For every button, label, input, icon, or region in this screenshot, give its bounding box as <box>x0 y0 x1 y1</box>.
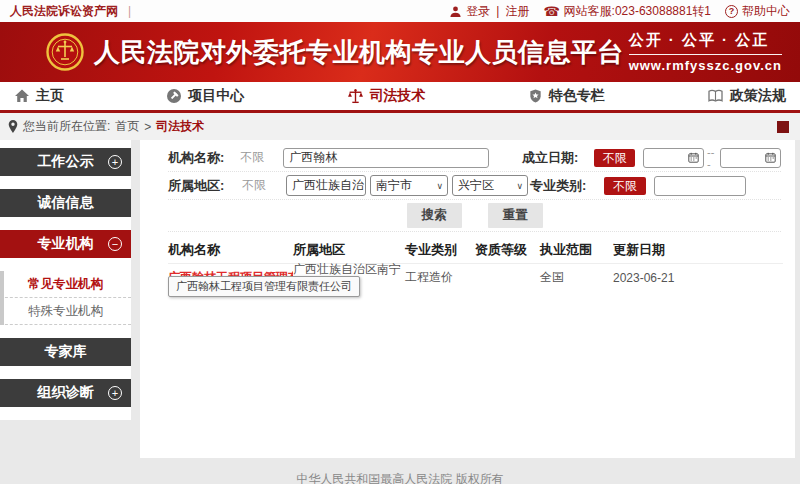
select-value: 南宁市 <box>376 177 412 194</box>
badge-icon <box>528 88 543 104</box>
help-center-link[interactable]: 帮助中心 <box>742 3 790 20</box>
region-label: 所属地区: <box>168 177 242 195</box>
phone-icon: ☎ <box>543 5 559 18</box>
register-link[interactable]: 注册 <box>505 3 529 20</box>
top-utility-bar: 人民法院诉讼资产网 | 登录 | 注册 ☎ 网站客服:023-63088881转… <box>0 0 800 22</box>
calendar-icon <box>688 152 699 163</box>
nav-item-featured-column[interactable]: 特色专栏 <box>528 87 605 105</box>
slogan-text: 公开 · 公平 · 公正 <box>629 31 782 55</box>
org-name-unlimited-option[interactable]: 不限 <box>240 149 283 166</box>
founded-unlimited-button[interactable]: 不限 <box>594 149 635 167</box>
select-value: 广西壮族自治 <box>292 177 364 194</box>
content-panel: 机构名称: 不限 成立日期: 不限 --- <box>140 140 795 458</box>
table-header-row: 机构名称 所属地区 专业类别 资质等级 执业范围 更新日期 <box>168 236 783 264</box>
page-title: 人民法院对外委托专业机构专业人员信息平台 <box>94 35 624 70</box>
province-select[interactable]: 广西壮族自治 ∨ <box>286 175 366 196</box>
cell-updated: 2023-06-21 <box>613 271 783 285</box>
org-name-label: 机构名称: <box>168 149 240 167</box>
col-header-scope: 执业范围 <box>540 241 613 259</box>
court-emblem-logo <box>46 33 84 71</box>
nav-item-project-center[interactable]: 项目中心 <box>166 87 244 105</box>
project-icon <box>166 88 182 104</box>
nav-label: 司法技术 <box>370 87 426 105</box>
sidebar: 工作公示 + 诚信信息 专业机构 − 常见专业机构 特殊专业机构 专家库 组织诊… <box>0 140 131 420</box>
reset-button[interactable]: 重置 <box>488 203 543 228</box>
sidebar-item-label: 专业机构 <box>38 235 94 253</box>
form-row-1: 机构名称: 不限 成立日期: 不限 --- <box>168 144 781 172</box>
org-name-input[interactable] <box>283 148 489 168</box>
breadcrumb-corner-marker <box>777 121 789 133</box>
col-header-org-name: 机构名称 <box>168 241 293 259</box>
form-buttons-row: 搜索 重置 <box>168 200 781 232</box>
select-value: 兴宁区 <box>458 177 494 194</box>
founded-from-date-input[interactable] <box>643 148 704 168</box>
nav-item-policies[interactable]: 政策法规 <box>707 87 786 105</box>
book-icon <box>707 88 724 104</box>
sidebar-submenu: 常见专业机构 特殊专业机构 <box>0 271 131 325</box>
breadcrumb-home-link[interactable]: 首页 <box>115 118 139 135</box>
category-unlimited-button[interactable]: 不限 <box>604 177 646 195</box>
nav-label: 项目中心 <box>188 87 244 105</box>
footer-copyright: 中华人民共和国最高人民法院 版权所有 <box>0 471 800 484</box>
col-header-grade: 资质等级 <box>475 241 540 259</box>
breadcrumb-prefix: 您当前所在位置: <box>23 118 110 135</box>
expand-plus-icon[interactable]: + <box>108 386 122 400</box>
site-name-link[interactable]: 人民法院诉讼资产网 <box>10 3 118 20</box>
calendar-icon <box>765 152 776 163</box>
district-select[interactable]: 兴宁区 ∨ <box>452 175 528 196</box>
breadcrumb-separator: > <box>144 120 151 134</box>
region-unlimited-option[interactable]: 不限 <box>242 177 286 194</box>
main-nav: 主页 项目中心 司法技术 特色专栏 政策法规 <box>0 82 800 113</box>
scales-icon <box>347 88 364 105</box>
chevron-down-icon: ∨ <box>436 181 443 191</box>
login-link[interactable]: 登录 <box>466 3 490 20</box>
sidebar-item-expert-library[interactable]: 专家库 <box>0 338 131 366</box>
user-icon <box>449 5 462 18</box>
hotline-text: 网站客服:023-63088881转1 <box>564 3 711 20</box>
nav-item-judicial-tech[interactable]: 司法技术 <box>347 87 426 105</box>
sidebar-item-label: 专家库 <box>45 343 87 361</box>
main-area: 工作公示 + 诚信信息 专业机构 − 常见专业机构 特殊专业机构 专家库 组织诊… <box>0 140 800 458</box>
chevron-down-icon: ∨ <box>516 181 523 191</box>
submenu-item-common-orgs[interactable]: 常见专业机构 <box>0 271 131 298</box>
nav-label: 主页 <box>36 87 64 105</box>
help-icon: ? <box>725 5 738 18</box>
form-row-2: 所属地区: 不限 广西壮族自治 ∨ 南宁市 ∨ 兴宁区 ∨ <box>168 172 781 200</box>
sidebar-item-integrity-info[interactable]: 诚信信息 <box>0 189 131 217</box>
sidebar-item-label: 组织诊断 <box>38 384 94 402</box>
login-register-divider: | <box>496 4 499 18</box>
nav-label: 特色专栏 <box>549 87 605 105</box>
category-input[interactable] <box>654 176 746 196</box>
cell-category: 工程造价 <box>405 269 475 286</box>
col-header-region: 所属地区 <box>293 241 405 259</box>
sidebar-item-professional-orgs[interactable]: 专业机构 − <box>0 230 131 258</box>
home-icon <box>14 88 30 104</box>
org-name-tooltip: 广西翰林工程项目管理有限责任公司 <box>168 276 360 297</box>
sidebar-item-work-publicity[interactable]: 工作公示 + <box>0 148 131 176</box>
collapse-minus-icon[interactable]: − <box>108 237 122 251</box>
nav-item-home[interactable]: 主页 <box>14 87 64 105</box>
breadcrumb: 您当前所在位置: 首页 > 司法技术 <box>0 113 800 140</box>
nav-label: 政策法规 <box>730 87 786 105</box>
expand-plus-icon[interactable]: + <box>108 155 122 169</box>
banner-header: 人民法院对外委托专业机构专业人员信息平台 公开 · 公平 · 公正 www.rm… <box>0 22 800 82</box>
col-header-category: 专业类别 <box>405 241 475 259</box>
breadcrumb-current: 司法技术 <box>156 118 204 135</box>
city-select[interactable]: 南宁市 ∨ <box>370 175 448 196</box>
sidebar-item-org-diagnosis[interactable]: 组织诊断 + <box>0 379 131 407</box>
search-button[interactable]: 搜索 <box>407 203 462 228</box>
location-pin-icon <box>8 120 18 133</box>
sidebar-item-label: 诚信信息 <box>38 194 94 212</box>
search-form: 机构名称: 不限 成立日期: 不限 --- <box>140 140 795 232</box>
category-label: 专业类别: <box>530 177 604 195</box>
website-url: www.rmfysszc.gov.cn <box>629 58 782 73</box>
founded-to-date-input[interactable] <box>720 148 781 168</box>
cell-scope: 全国 <box>540 269 613 286</box>
submenu-item-special-orgs[interactable]: 特殊专业机构 <box>0 298 131 325</box>
sidebar-item-label: 工作公示 <box>38 153 94 171</box>
date-range-separator: --- <box>707 146 717 170</box>
topbar-divider: | <box>128 4 131 18</box>
founded-date-label: 成立日期: <box>522 149 594 167</box>
col-header-updated: 更新日期 <box>613 241 783 259</box>
